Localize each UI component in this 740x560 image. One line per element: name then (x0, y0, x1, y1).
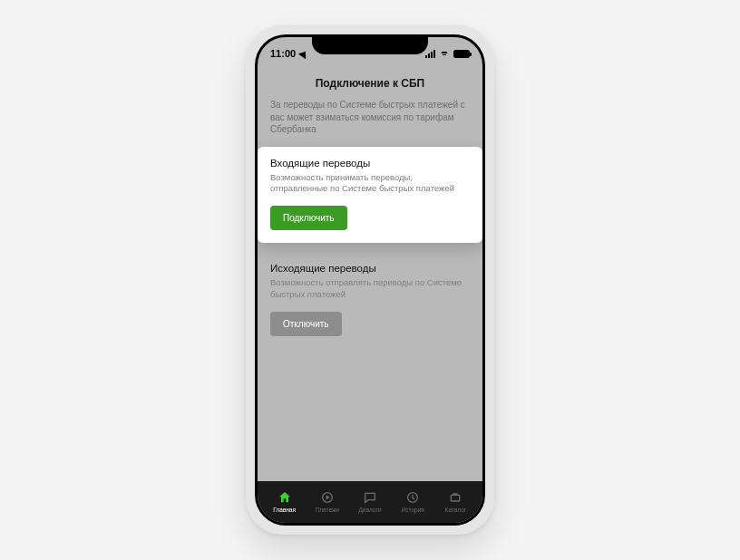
screen: 11:00 Подключение к СБП За переводы по С… (258, 37, 482, 523)
svg-rect-2 (452, 495, 460, 501)
home-icon (278, 490, 292, 505)
phone-bezel: 11:00 Подключение к СБП За переводы по С… (255, 34, 485, 526)
tab-dialogs-label: Диалоги (358, 507, 381, 513)
history-icon (405, 490, 420, 505)
tab-catalog-label: Каталог (445, 507, 467, 513)
tab-home[interactable]: Главная (263, 490, 306, 513)
fee-notice: За переводы по Системе быстрых платежей … (258, 99, 482, 147)
tab-dialogs[interactable]: Диалоги (348, 490, 391, 513)
phone-frame: 11:00 Подключение к СБП За переводы по С… (246, 25, 494, 535)
status-right (425, 50, 470, 58)
dialogs-icon (363, 490, 377, 505)
status-left: 11:00 (270, 48, 308, 59)
catalog-icon (448, 490, 462, 505)
tab-payments[interactable]: Платежи (306, 490, 348, 513)
location-icon (298, 48, 309, 58)
incoming-title: Входящие переводы (270, 158, 470, 169)
tab-bar: Главная Платежи Диалоги История Каталог (258, 481, 482, 523)
battery-icon (453, 50, 470, 58)
payments-icon (320, 490, 335, 505)
tab-home-label: Главная (273, 507, 296, 513)
incoming-desc: Возможность принимать переводы, отправле… (270, 172, 470, 196)
status-time: 11:00 (270, 48, 296, 59)
content: Подключение к СБП За переводы по Системе… (258, 64, 482, 481)
phone-notch (312, 34, 428, 54)
outgoing-title: Исходящие переводы (270, 263, 470, 274)
incoming-transfers-card: Входящие переводы Возможность принимать … (258, 147, 482, 244)
tab-catalog[interactable]: Каталог (434, 490, 477, 513)
disconnect-button[interactable]: Отключить (270, 312, 342, 336)
tab-history-label: История (402, 507, 424, 513)
cellular-icon (425, 50, 435, 58)
tab-payments-label: Платежи (316, 507, 339, 513)
tab-history[interactable]: История (392, 490, 434, 513)
outgoing-desc: Возможность отправлять переводы по Систе… (270, 277, 470, 301)
connect-button[interactable]: Подключить (270, 206, 347, 230)
page-title: Подключение к СБП (258, 64, 482, 99)
outgoing-transfers-card: Исходящие переводы Возможность отправлят… (258, 252, 482, 349)
wifi-icon (439, 50, 450, 58)
